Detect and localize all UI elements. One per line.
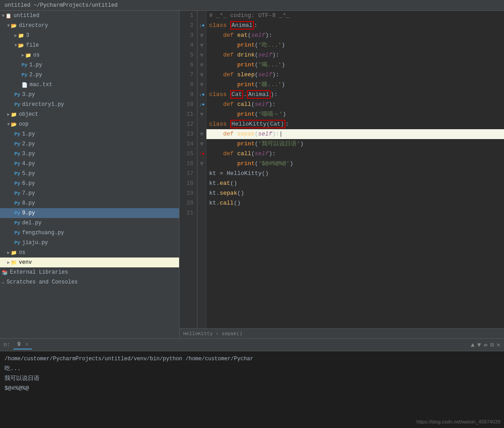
tree-icon-oop-3py: Py	[14, 151, 20, 157]
gutter-20	[197, 198, 206, 208]
sidebar-item-file-folder[interactable]: ▼📂file	[0, 40, 179, 50]
line-number-2: 2	[183, 21, 193, 31]
sidebar-item-oop-6py[interactable]: Py6.py	[0, 179, 179, 188]
sidebar-item-oop-4py[interactable]: Py4.py	[0, 159, 179, 169]
terminal-controls: ▲ ▼ ⇌ ⊟ ✕	[471, 341, 500, 349]
sidebar-item-venv[interactable]: ▶📁venv	[0, 258, 179, 267]
tree-label-3-folder: 3	[26, 32, 29, 39]
sidebar-item-os-folder[interactable]: ▶📁os	[0, 50, 179, 60]
terminal-area: n: 9 × ▲ ▼ ⇌ ⊟ ✕ /home/customer/PycharmP…	[0, 338, 504, 428]
code-line-3[interactable]: def eat(self):	[206, 31, 504, 40]
sidebar-item-directory1py[interactable]: Pydirectory1.py	[0, 100, 179, 109]
tree-label-untitled: untitled	[13, 13, 39, 19]
sidebar-item-oop-3py[interactable]: Py3.py	[0, 149, 179, 159]
tree-icon-oop-6py: Py	[14, 181, 20, 186]
code-line-10[interactable]: def call(self):	[206, 100, 504, 109]
folder-arrow-oop-folder: ▼	[7, 122, 10, 127]
line-number-6: 6	[183, 60, 193, 70]
terminal-scroll-btn[interactable]: ⊟	[490, 341, 494, 349]
gutter-2: ↓●	[197, 21, 206, 31]
sidebar-item-1py[interactable]: Py1.py	[0, 60, 179, 70]
terminal-down-btn[interactable]: ▼	[477, 341, 481, 349]
sidebar-item-os-root[interactable]: ▶📁os	[0, 248, 179, 258]
terminal-wrap-btn[interactable]: ⇌	[484, 341, 487, 349]
terminal-close-btn[interactable]: ✕	[497, 341, 500, 349]
code-line-17[interactable]: kt = HelloKitty()	[206, 169, 504, 179]
line-number-19: 19	[183, 188, 193, 198]
terminal-tab-close[interactable]: ×	[26, 342, 28, 347]
gutter-4: ▽	[197, 40, 206, 50]
code-line-12[interactable]: class HelloKitty(Cat):	[206, 119, 504, 129]
tree-label-ext-libs: External Libraries	[10, 269, 68, 275]
folder-arrow-3-folder: ▶	[14, 33, 17, 38]
code-line-21[interactable]	[206, 208, 504, 218]
line-number-14: 14	[183, 139, 193, 149]
sidebar-item-mactxt[interactable]: 📄mac.txt	[0, 80, 179, 90]
sidebar-item-jiajupy[interactable]: Pyjiaju.py	[0, 238, 179, 248]
gutter-5: ▽	[197, 50, 206, 60]
code-line-2[interactable]: class Animal:	[206, 21, 504, 31]
gutter-12	[197, 119, 206, 129]
sidebar-item-oop-7py[interactable]: Py7.py	[0, 188, 179, 198]
line-number-12: 12	[183, 119, 193, 129]
tree-icon-oop-9py: Py	[14, 210, 20, 216]
code-line-19[interactable]: kt.sepak()	[206, 188, 504, 198]
sidebar-item-oop-8py[interactable]: Py8.py	[0, 198, 179, 208]
code-lines[interactable]: # _*_ coding: UTF-8 _*_class Animal: def…	[206, 11, 504, 328]
sidebar-item-3py[interactable]: Py3.py	[0, 90, 179, 100]
gutter-3: ▽	[197, 31, 206, 40]
code-line-18[interactable]: kt.eat()	[206, 179, 504, 188]
sidebar-item-directory[interactable]: ▼📂directory	[0, 21, 179, 31]
sidebar-item-oop-5py[interactable]: Py5.py	[0, 169, 179, 179]
gutter-16: ▽	[197, 159, 206, 169]
line-number-17: 17	[183, 169, 193, 179]
gutter-8: ▽	[197, 80, 206, 90]
code-line-14[interactable]: print('我可以说日语')	[206, 139, 504, 149]
sidebar-item-scratches[interactable]: ✏️Scratches and Consoles	[0, 277, 179, 287]
line-number-18: 18	[183, 179, 193, 188]
gutter-15: ↑●	[197, 149, 206, 159]
line-number-7: 7	[183, 70, 193, 80]
code-line-1[interactable]: # _*_ coding: UTF-8 _*_	[206, 11, 504, 21]
tree-label-oop-3py: 3.py	[22, 151, 35, 157]
tree-icon-untitled: 📋	[5, 13, 12, 19]
code-line-4[interactable]: print('吃...')	[206, 40, 504, 50]
code-line-16[interactable]: print('$@#%@%@')	[206, 159, 504, 169]
sidebar-item-oop-1py[interactable]: Py1.py	[0, 129, 179, 139]
code-line-20[interactable]: kt.call()	[206, 198, 504, 208]
tree-label-2py: 2.py	[29, 72, 42, 78]
code-line-15[interactable]: def call(self):	[206, 149, 504, 159]
code-line-7[interactable]: def sleep(self):	[206, 70, 504, 80]
code-line-9[interactable]: class Cat.Animal):	[206, 90, 504, 100]
sidebar-item-untitled[interactable]: ▼📋untitled	[0, 11, 179, 21]
terminal-up-btn[interactable]: ▲	[471, 341, 474, 349]
tree-label-file-folder: file	[26, 42, 39, 48]
sidebar-item-3-folder[interactable]: ▶📁3	[0, 31, 179, 40]
sidebar-item-oop-9py[interactable]: Py9.py	[0, 208, 179, 218]
code-line-11[interactable]: print('喵喵～')	[206, 109, 504, 119]
code-line-13[interactable]: def sepak(self):|	[206, 129, 504, 139]
line-number-15: 15	[183, 149, 193, 159]
sidebar[interactable]: ▼📋untitled▼📂directory▶📁3▼📂file▶📁osPy1.py…	[0, 11, 180, 338]
sidebar-item-object-folder[interactable]: ▶📁object	[0, 109, 179, 119]
code-gutter: ↓●▽▽▽▽▽▽↓●↓●▽▽▽↑●▽	[197, 11, 206, 328]
sidebar-item-2py[interactable]: Py2.py	[0, 70, 179, 80]
watermark: https://blog.csdn.net/weixin_45874039	[416, 419, 500, 424]
sidebar-item-oop-folder[interactable]: ▼📂oop	[0, 119, 179, 129]
tree-label-object-folder: object	[19, 111, 38, 118]
terminal-tab-9[interactable]: 9 ×	[13, 341, 31, 349]
code-line-6[interactable]: print('喝...')	[206, 60, 504, 70]
sidebar-item-ext-libs[interactable]: 📚External Libraries	[0, 267, 179, 277]
tree-icon-oop-5py: Py	[14, 171, 20, 176]
code-line-5[interactable]: def drink(self):	[206, 50, 504, 60]
gutter-17	[197, 169, 206, 179]
breadcrumb: HelloKitty › sepak()	[183, 331, 242, 336]
sidebar-item-delpy[interactable]: Pydel.py	[0, 218, 179, 228]
sidebar-item-fengzhuangpy[interactable]: Pyfengzhuang.py	[0, 228, 179, 238]
code-line-8[interactable]: print('睡...')	[206, 80, 504, 90]
tree-icon-3-folder: 📁	[18, 33, 24, 39]
sidebar-item-oop-2py[interactable]: Py2.py	[0, 139, 179, 149]
terminal-path: /home/customer/PycharmProjects/untitled/…	[4, 356, 254, 362]
code-content: 123456789101112131415161718192021↓●▽▽▽▽▽…	[180, 11, 504, 328]
gutter-7: ▽	[197, 70, 206, 80]
